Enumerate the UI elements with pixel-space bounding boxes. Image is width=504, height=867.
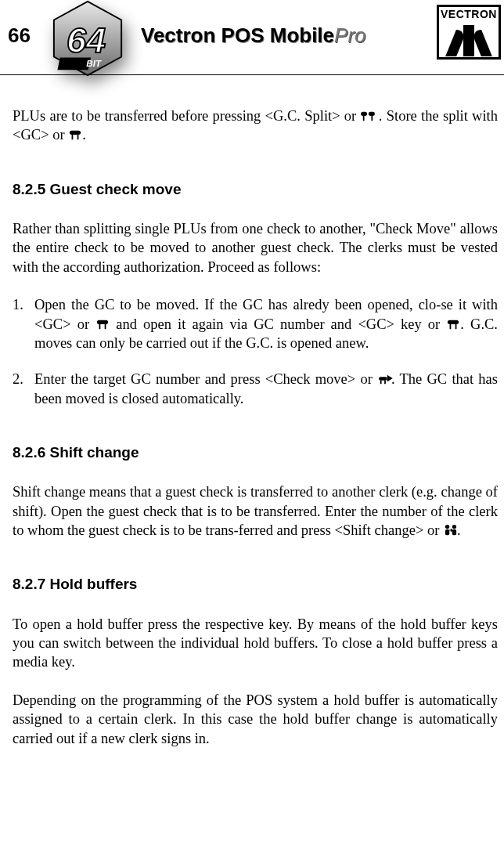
table-split-icon xyxy=(361,108,375,121)
person-swap-icon xyxy=(443,522,457,535)
list-item: 2. Enter the target GC number and press … xyxy=(13,370,498,408)
s827-paragraph-1: To open a hold buffer press the respecti… xyxy=(13,615,498,672)
page-number: 66 xyxy=(8,22,31,49)
intro-paragraph: PLUs are to be transferred before pressi… xyxy=(13,107,498,145)
page-body: PLUs are to be transferred before pressi… xyxy=(0,107,504,748)
text: and open it again via GC number and <GC>… xyxy=(116,316,446,332)
badge-64-text: 64 xyxy=(67,20,106,60)
s826-paragraph: Shift change means that a guest check is… xyxy=(13,482,498,540)
table-single-icon xyxy=(95,316,110,329)
text: . xyxy=(457,522,461,538)
text: Enter the target GC number and press <Ch… xyxy=(34,371,377,387)
vectron-logo: VECTRON xyxy=(437,5,501,60)
text: Shift change means that a guest check is… xyxy=(13,484,498,538)
table-arrow-icon xyxy=(377,371,391,384)
table-single-icon xyxy=(446,316,460,329)
table-single-icon xyxy=(68,127,82,139)
list-item: 1. Open the GC to be moved. If the GC ha… xyxy=(13,295,498,352)
title-main: Vectron POS Mobile xyxy=(141,23,334,47)
text: PLUs are to be transferred before pressi… xyxy=(13,108,361,124)
heading-8-2-7: 8.2.7 Hold buffers xyxy=(13,574,498,594)
page-title: Vectron POS MobilePro xyxy=(141,22,366,49)
vectron-logo-stripes xyxy=(439,21,499,56)
s827-paragraph-2: Depending on the programming of the POS … xyxy=(13,691,498,748)
title-suffix: Pro xyxy=(334,23,365,47)
heading-8-2-6: 8.2.6 Shift change xyxy=(13,443,498,462)
list-number: 1. xyxy=(13,295,23,314)
badge-bit-text: BIT xyxy=(86,58,102,68)
vectron-logo-label: VECTRON xyxy=(439,7,499,21)
s825-paragraph: Rather than splitting single PLUs from o… xyxy=(13,219,498,276)
heading-8-2-5: 8.2.5 Guest check move xyxy=(13,179,498,199)
list-number: 2. xyxy=(13,370,23,388)
page-header: 66 64 BIT Vectron POS MobilePro VECTRON xyxy=(0,0,504,75)
s825-list: 1. Open the GC to be moved. If the GC ha… xyxy=(13,295,498,408)
bit64-badge: 64 BIT xyxy=(49,0,126,77)
text: . xyxy=(82,127,86,143)
